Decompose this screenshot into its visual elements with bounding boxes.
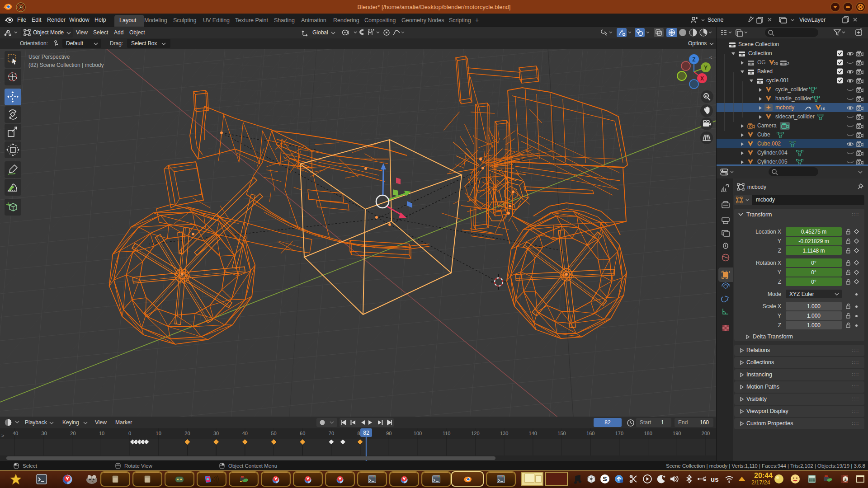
svg-text:Z: Z (692, 56, 695, 63)
svg-text:-30: -30 (40, 431, 47, 436)
svg-text:130: 130 (500, 431, 508, 436)
svg-text:a: a (844, 477, 847, 482)
svg-text:-40: -40 (11, 431, 18, 436)
svg-text:20: 20 (184, 431, 190, 436)
svg-text:160: 160 (586, 431, 594, 436)
svg-text:Y: Y (704, 65, 708, 71)
svg-text:200: 200 (702, 431, 710, 436)
svg-text:90: 90 (386, 431, 392, 436)
svg-text:110: 110 (443, 431, 451, 436)
svg-text:150: 150 (557, 431, 566, 436)
svg-text:X: X (700, 75, 704, 82)
svg-text:170: 170 (615, 431, 623, 436)
svg-text:50: 50 (271, 431, 276, 436)
svg-text:S: S (603, 475, 607, 483)
svg-text:140: 140 (529, 431, 537, 436)
svg-text:60: 60 (300, 431, 305, 436)
svg-text:-10: -10 (97, 431, 104, 436)
svg-text:10: 10 (156, 431, 161, 436)
svg-text:100: 100 (414, 431, 422, 436)
svg-text:70: 70 (329, 431, 334, 436)
svg-text:180: 180 (644, 431, 652, 436)
svg-text:0: 0 (128, 431, 131, 436)
svg-text:190: 190 (673, 431, 681, 436)
svg-text:30: 30 (213, 431, 219, 436)
svg-text:120: 120 (471, 431, 479, 436)
svg-text:82: 82 (363, 430, 369, 436)
svg-text:40: 40 (242, 431, 248, 436)
svg-text:-20: -20 (69, 431, 76, 436)
